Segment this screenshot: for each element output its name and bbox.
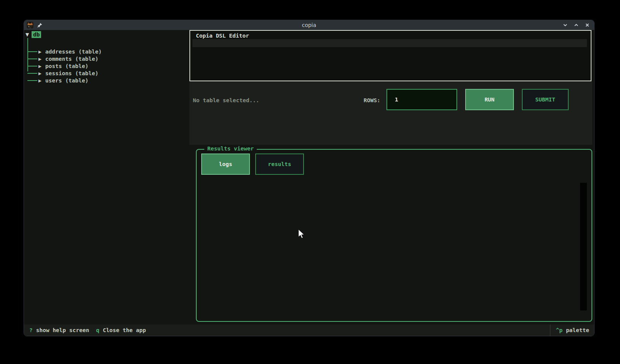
maximize-button[interactable] bbox=[573, 22, 579, 28]
quit-hint[interactable]: q Close the app bbox=[96, 327, 146, 333]
palette-key: ^p bbox=[556, 327, 562, 333]
desktop: >_ copia bbox=[0, 0, 620, 364]
statusbar-left: ? show help screen q Close the app bbox=[24, 327, 146, 333]
titlebar-icons: >_ bbox=[24, 22, 43, 28]
table-status-text: No table selected... bbox=[193, 97, 259, 103]
titlebar: >_ copia bbox=[24, 20, 594, 30]
db-tree: ▼ db ▶ addresses (table) ▶ comments (tab… bbox=[24, 30, 189, 324]
log-scrollbar[interactable] bbox=[580, 183, 587, 310]
chevron-up-icon bbox=[574, 22, 579, 28]
help-label: show help screen bbox=[36, 327, 89, 333]
tree-item-label[interactable]: sessions (table) bbox=[45, 70, 99, 76]
help-hint[interactable]: ? show help screen bbox=[29, 327, 89, 333]
help-key: ? bbox=[29, 327, 33, 333]
query-form: No table selected... ROWS: RUN SUBMIT bbox=[189, 81, 592, 145]
tree-item-label[interactable]: posts (table) bbox=[45, 63, 89, 69]
results-panel-title: Results viewer bbox=[204, 146, 257, 152]
submit-button[interactable]: SUBMIT bbox=[522, 89, 569, 110]
tree-item-label[interactable]: users (table) bbox=[45, 78, 89, 84]
caret-collapsed-icon[interactable]: ▶ bbox=[38, 78, 41, 83]
palette-label: palette bbox=[566, 327, 589, 333]
palette-hint[interactable]: ^p palette bbox=[550, 324, 594, 336]
tree-branch-stub bbox=[27, 73, 37, 74]
log-content[interactable] bbox=[198, 179, 579, 319]
caret-collapsed-icon[interactable]: ▶ bbox=[38, 64, 41, 68]
rows-input[interactable] bbox=[386, 89, 457, 110]
tree-item-label[interactable]: addresses (table) bbox=[45, 49, 102, 55]
close-button[interactable] bbox=[584, 22, 590, 28]
quit-label: Close the app bbox=[103, 327, 146, 333]
tree-root-db[interactable]: db bbox=[32, 31, 41, 38]
editor-panel-title: Copia DSL Editor bbox=[196, 33, 249, 39]
rows-label: ROWS: bbox=[364, 97, 380, 103]
chevron-down-icon bbox=[563, 22, 568, 28]
tree-branch-stub bbox=[27, 80, 37, 81]
results-viewer-panel: Results viewer logs results bbox=[196, 149, 592, 322]
app-window: >_ copia bbox=[24, 20, 595, 336]
tree-branch-stub bbox=[27, 59, 37, 59]
tree-branch-stub bbox=[27, 51, 37, 52]
editor-cursor-line[interactable] bbox=[192, 39, 587, 47]
caret-collapsed-icon[interactable]: ▶ bbox=[38, 57, 41, 61]
statusbar: ? show help screen q Close the app ^p pa… bbox=[24, 324, 594, 336]
pin-icon[interactable] bbox=[37, 22, 43, 28]
tree-branch-stub bbox=[27, 66, 37, 66]
tab-results[interactable]: results bbox=[255, 154, 304, 175]
tree-item-label[interactable]: comments (table) bbox=[45, 56, 99, 62]
tree-root-row: ▼ db bbox=[25, 31, 41, 38]
caret-collapsed-icon[interactable]: ▶ bbox=[38, 71, 41, 76]
minimize-button[interactable] bbox=[562, 22, 568, 28]
app-icon: >_ bbox=[27, 22, 33, 28]
window-title: copia bbox=[24, 22, 594, 28]
svg-text:>_: >_ bbox=[28, 25, 31, 28]
run-button[interactable]: RUN bbox=[465, 89, 514, 110]
caret-collapsed-icon[interactable]: ▶ bbox=[38, 49, 41, 54]
window-controls bbox=[562, 20, 590, 30]
close-icon bbox=[585, 22, 590, 28]
quit-key: q bbox=[96, 327, 99, 333]
caret-expanded-icon[interactable]: ▼ bbox=[25, 32, 31, 37]
tab-logs[interactable]: logs bbox=[201, 154, 250, 175]
dsl-editor-panel[interactable]: Copia DSL Editor bbox=[189, 30, 591, 81]
